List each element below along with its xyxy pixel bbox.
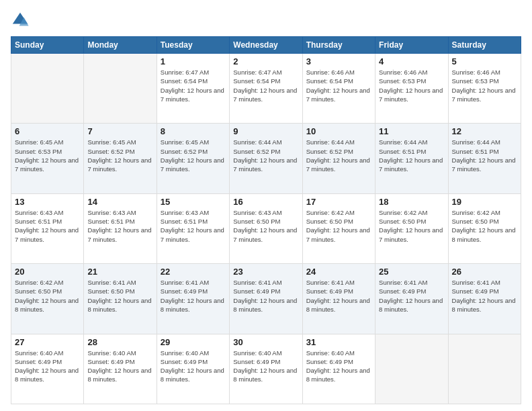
logo-icon <box>11 11 30 30</box>
calendar-day-cell: 16Sunrise: 6:43 AMSunset: 6:50 PMDayligh… <box>230 193 302 263</box>
calendar-day-cell: 21Sunrise: 6:41 AMSunset: 6:50 PMDayligh… <box>84 264 157 334</box>
day-number: 22 <box>161 267 226 277</box>
calendar-week-row: 1Sunrise: 6:47 AMSunset: 6:54 PMDaylight… <box>11 54 521 124</box>
day-info: Sunrise: 6:41 AMSunset: 6:49 PMDaylight:… <box>379 278 444 314</box>
day-info: Sunrise: 6:45 AMSunset: 6:53 PMDaylight:… <box>15 138 80 173</box>
day-number: 31 <box>306 337 371 347</box>
day-info: Sunrise: 6:40 AMSunset: 6:49 PMDaylight:… <box>306 349 371 384</box>
day-number: 2 <box>233 56 298 66</box>
weekday-header-cell: Wednesday <box>230 37 302 54</box>
day-number: 10 <box>306 126 371 136</box>
day-number: 25 <box>379 267 444 277</box>
day-number: 12 <box>452 126 517 136</box>
weekday-header-row: SundayMondayTuesdayWednesdayThursdayFrid… <box>11 37 521 54</box>
day-info: Sunrise: 6:45 AMSunset: 6:52 PMDaylight:… <box>87 138 152 173</box>
day-info: Sunrise: 6:40 AMSunset: 6:49 PMDaylight:… <box>15 349 80 384</box>
calendar-day-cell: 27Sunrise: 6:40 AMSunset: 6:49 PMDayligh… <box>11 334 84 404</box>
day-info: Sunrise: 6:43 AMSunset: 6:51 PMDaylight:… <box>161 208 226 244</box>
calendar-day-cell: 29Sunrise: 6:40 AMSunset: 6:49 PMDayligh… <box>157 334 229 404</box>
day-info: Sunrise: 6:42 AMSunset: 6:50 PMDaylight:… <box>306 208 371 244</box>
calendar-day-cell: 3Sunrise: 6:46 AMSunset: 6:54 PMDaylight… <box>302 54 375 124</box>
day-number: 24 <box>306 267 371 277</box>
calendar-day-cell: 31Sunrise: 6:40 AMSunset: 6:49 PMDayligh… <box>302 334 375 404</box>
day-number: 1 <box>161 56 226 66</box>
day-info: Sunrise: 6:44 AMSunset: 6:52 PMDaylight:… <box>306 138 371 173</box>
day-number: 8 <box>161 126 226 136</box>
day-number: 6 <box>15 126 80 136</box>
calendar-day-cell: 7Sunrise: 6:45 AMSunset: 6:52 PMDaylight… <box>84 124 157 193</box>
calendar-day-cell: 2Sunrise: 6:47 AMSunset: 6:54 PMDaylight… <box>230 54 302 124</box>
day-number: 21 <box>87 267 152 277</box>
calendar-day-cell: 22Sunrise: 6:41 AMSunset: 6:49 PMDayligh… <box>157 264 229 334</box>
day-info: Sunrise: 6:44 AMSunset: 6:52 PMDaylight:… <box>233 138 298 173</box>
day-info: Sunrise: 6:42 AMSunset: 6:50 PMDaylight:… <box>15 278 80 314</box>
day-number: 27 <box>15 337 80 347</box>
day-number: 16 <box>233 197 298 207</box>
day-number: 23 <box>233 267 298 277</box>
day-number: 4 <box>379 56 444 66</box>
calendar-day-cell: 15Sunrise: 6:43 AMSunset: 6:51 PMDayligh… <box>157 193 229 263</box>
calendar-day-cell: 6Sunrise: 6:45 AMSunset: 6:53 PMDaylight… <box>11 124 84 193</box>
day-number: 17 <box>306 197 371 207</box>
day-number: 13 <box>15 197 80 207</box>
day-info: Sunrise: 6:41 AMSunset: 6:50 PMDaylight:… <box>87 278 152 314</box>
weekday-header-cell: Saturday <box>448 37 521 54</box>
calendar-day-cell: 13Sunrise: 6:43 AMSunset: 6:51 PMDayligh… <box>11 193 84 263</box>
calendar-day-cell: 28Sunrise: 6:40 AMSunset: 6:49 PMDayligh… <box>84 334 157 404</box>
day-info: Sunrise: 6:40 AMSunset: 6:49 PMDaylight:… <box>161 349 226 384</box>
calendar-day-cell <box>84 54 157 124</box>
day-info: Sunrise: 6:40 AMSunset: 6:49 PMDaylight:… <box>233 349 298 384</box>
day-info: Sunrise: 6:47 AMSunset: 6:54 PMDaylight:… <box>161 68 226 103</box>
day-info: Sunrise: 6:45 AMSunset: 6:52 PMDaylight:… <box>161 138 226 173</box>
day-info: Sunrise: 6:41 AMSunset: 6:49 PMDaylight:… <box>452 278 517 314</box>
calendar-day-cell: 14Sunrise: 6:43 AMSunset: 6:51 PMDayligh… <box>84 193 157 263</box>
day-info: Sunrise: 6:42 AMSunset: 6:50 PMDaylight:… <box>452 208 517 244</box>
page-container: SundayMondayTuesdayWednesdayThursdayFrid… <box>0 0 532 411</box>
calendar-day-cell: 12Sunrise: 6:44 AMSunset: 6:51 PMDayligh… <box>448 124 521 193</box>
calendar-day-cell: 30Sunrise: 6:40 AMSunset: 6:49 PMDayligh… <box>230 334 302 404</box>
day-number: 19 <box>452 197 517 207</box>
day-info: Sunrise: 6:40 AMSunset: 6:49 PMDaylight:… <box>87 349 152 384</box>
day-info: Sunrise: 6:46 AMSunset: 6:54 PMDaylight:… <box>306 68 371 103</box>
day-number: 28 <box>87 337 152 347</box>
day-info: Sunrise: 6:41 AMSunset: 6:49 PMDaylight:… <box>161 278 226 314</box>
calendar-day-cell: 24Sunrise: 6:41 AMSunset: 6:49 PMDayligh… <box>302 264 375 334</box>
calendar-week-row: 6Sunrise: 6:45 AMSunset: 6:53 PMDaylight… <box>11 124 521 193</box>
calendar-day-cell: 18Sunrise: 6:42 AMSunset: 6:50 PMDayligh… <box>375 193 448 263</box>
calendar-day-cell: 8Sunrise: 6:45 AMSunset: 6:52 PMDaylight… <box>157 124 229 193</box>
day-number: 30 <box>233 337 298 347</box>
day-info: Sunrise: 6:43 AMSunset: 6:51 PMDaylight:… <box>15 208 80 244</box>
calendar-day-cell <box>448 334 521 404</box>
calendar-day-cell: 19Sunrise: 6:42 AMSunset: 6:50 PMDayligh… <box>448 193 521 263</box>
day-info: Sunrise: 6:44 AMSunset: 6:51 PMDaylight:… <box>452 138 517 173</box>
day-number: 18 <box>379 197 444 207</box>
page-header <box>11 11 521 30</box>
day-number: 7 <box>87 126 152 136</box>
day-number: 11 <box>379 126 444 136</box>
calendar-day-cell: 25Sunrise: 6:41 AMSunset: 6:49 PMDayligh… <box>375 264 448 334</box>
calendar-day-cell: 10Sunrise: 6:44 AMSunset: 6:52 PMDayligh… <box>302 124 375 193</box>
day-info: Sunrise: 6:43 AMSunset: 6:51 PMDaylight:… <box>87 208 152 244</box>
day-info: Sunrise: 6:43 AMSunset: 6:50 PMDaylight:… <box>233 208 298 244</box>
day-number: 15 <box>161 197 226 207</box>
weekday-header-cell: Friday <box>375 37 448 54</box>
day-number: 9 <box>233 126 298 136</box>
calendar-week-row: 13Sunrise: 6:43 AMSunset: 6:51 PMDayligh… <box>11 193 521 263</box>
day-info: Sunrise: 6:41 AMSunset: 6:49 PMDaylight:… <box>233 278 298 314</box>
day-number: 3 <box>306 56 371 66</box>
day-number: 14 <box>87 197 152 207</box>
calendar-week-row: 27Sunrise: 6:40 AMSunset: 6:49 PMDayligh… <box>11 334 521 404</box>
calendar-day-cell: 11Sunrise: 6:44 AMSunset: 6:51 PMDayligh… <box>375 124 448 193</box>
calendar-day-cell: 20Sunrise: 6:42 AMSunset: 6:50 PMDayligh… <box>11 264 84 334</box>
weekday-header-cell: Thursday <box>302 37 375 54</box>
day-info: Sunrise: 6:46 AMSunset: 6:53 PMDaylight:… <box>452 68 517 103</box>
day-number: 5 <box>452 56 517 66</box>
logo <box>11 11 32 30</box>
day-info: Sunrise: 6:44 AMSunset: 6:51 PMDaylight:… <box>379 138 444 173</box>
calendar-week-row: 20Sunrise: 6:42 AMSunset: 6:50 PMDayligh… <box>11 264 521 334</box>
calendar-day-cell <box>375 334 448 404</box>
day-number: 29 <box>161 337 226 347</box>
calendar-day-cell: 5Sunrise: 6:46 AMSunset: 6:53 PMDaylight… <box>448 54 521 124</box>
calendar-table: SundayMondayTuesdayWednesdayThursdayFrid… <box>11 36 521 404</box>
calendar-day-cell: 23Sunrise: 6:41 AMSunset: 6:49 PMDayligh… <box>230 264 302 334</box>
